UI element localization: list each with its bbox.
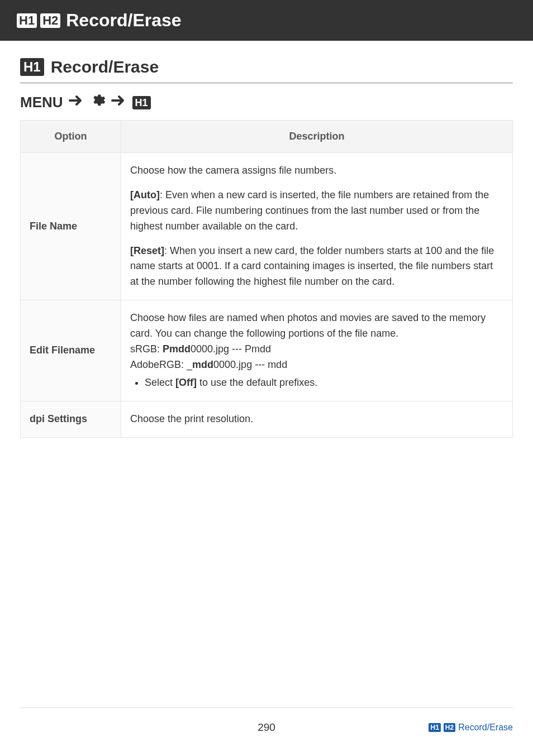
page-title: Record/Erase <box>66 10 181 31</box>
arrow-icon <box>69 94 84 111</box>
breadcrumb: MENU H1 <box>20 93 513 112</box>
footer-tag-h1: H1 <box>429 723 440 732</box>
page-footer: 290 H1 H2 Record/Erase <box>20 707 513 734</box>
editfilename-line1: Choose how files are named when photos a… <box>130 310 503 342</box>
desc-file-name: Choose how the camera assigns file numbe… <box>121 153 513 300</box>
auto-text: : Even when a new card is inserted, the … <box>130 189 489 232</box>
header-tags: H1 H2 <box>17 13 60 28</box>
option-file-name: File Name <box>21 153 121 300</box>
footer-tag-h2: H2 <box>444 723 455 732</box>
gear-icon <box>90 93 106 112</box>
header-tag-h1: H1 <box>17 13 37 28</box>
filename-auto: [Auto]: Even when a new card is inserted… <box>130 188 503 235</box>
section-title: Record/Erase <box>51 58 159 76</box>
content-area: H1 Record/Erase MENU H1 Option Descripti… <box>0 41 533 438</box>
section-tag-h1: H1 <box>20 58 44 76</box>
arrow-icon <box>111 94 127 111</box>
editfilename-bullet: Select [Off] to use the default prefixes… <box>145 375 503 391</box>
option-edit-filename: Edit Filename <box>21 300 121 401</box>
filename-intro: Choose how the camera assigns file numbe… <box>130 163 503 179</box>
editfilename-adobe: AdobeRGB: _mdd0000.jpg --- mdd <box>130 357 503 373</box>
footer-link-text: Record/Erase <box>458 722 513 733</box>
col-header-option: Option <box>21 121 121 153</box>
desc-edit-filename: Choose how files are named when photos a… <box>121 300 513 401</box>
breadcrumb-menu: MENU <box>20 94 63 111</box>
option-dpi: dpi Settings <box>21 401 121 437</box>
page-number: 290 <box>258 721 275 734</box>
section-heading: H1 Record/Erase <box>20 58 513 84</box>
reset-text: : When you insert a new card, the folder… <box>130 245 494 288</box>
filename-reset: [Reset]: When you insert a new card, the… <box>130 243 503 290</box>
auto-label: [Auto] <box>130 189 160 200</box>
editfilename-srgb: sRGB: Pmdd0000.jpg --- Pmdd <box>130 342 503 357</box>
header-tag-h2: H2 <box>40 13 60 28</box>
desc-dpi: Choose the print resolution. <box>121 401 513 437</box>
col-header-description: Description <box>121 121 513 153</box>
page-header: H1 H2 Record/Erase <box>0 0 533 41</box>
table-row: dpi Settings Choose the print resolution… <box>21 401 513 437</box>
breadcrumb-tag-h1: H1 <box>132 96 151 109</box>
reset-label: [Reset] <box>130 245 164 256</box>
options-table: Option Description File Name Choose how … <box>20 120 513 438</box>
table-row: Edit Filename Choose how files are named… <box>21 300 513 401</box>
table-row: File Name Choose how the camera assigns … <box>21 153 513 300</box>
footer-link[interactable]: H1 H2 Record/Erase <box>429 722 513 733</box>
